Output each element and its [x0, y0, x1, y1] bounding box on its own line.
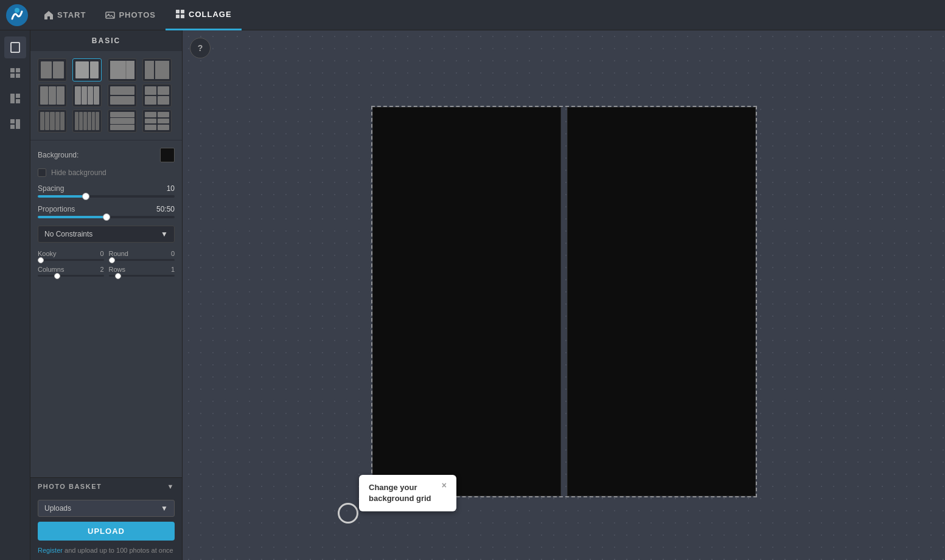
basket-header[interactable]: PHOTO BASKET ▼	[30, 478, 182, 495]
background-row: Background:	[38, 148, 175, 162]
proportions-label: Proportions	[38, 205, 86, 213]
kooky-slider-track[interactable]	[38, 259, 104, 261]
round-slider-group: Round 0	[109, 250, 175, 261]
kooky-slider-group: Kooky 0	[38, 250, 104, 261]
kooky-slider-thumb[interactable]	[38, 257, 44, 263]
spacing-slider-row: Spacing 10	[38, 184, 175, 198]
kooky-round-row: Kooky 0 Round 0	[38, 250, 175, 261]
basket-collapse-icon: ▼	[167, 483, 175, 490]
sidebar-item-layout2[interactable]	[4, 88, 26, 109]
constraints-dropdown[interactable]: No Constraints ▼	[38, 226, 175, 243]
svg-rect-12	[16, 74, 20, 78]
uploads-arrow: ▼	[161, 504, 168, 513]
proportions-slider-row: Proportions 50:50	[38, 205, 175, 218]
tooltip-close-button[interactable]: ×	[442, 481, 447, 489]
register-link[interactable]: Register	[38, 547, 63, 554]
svg-rect-7	[181, 15, 184, 18]
layout-thumb-1[interactable]	[38, 58, 67, 81]
rows-slider-group: Rows 1	[109, 266, 175, 277]
svg-rect-14	[16, 94, 20, 98]
proportions-value: 50:50	[156, 205, 175, 213]
columns-rows-row: Columns 2 Rows 1	[38, 266, 175, 277]
svg-rect-9	[10, 68, 15, 72]
layout-thumb-10[interactable]	[72, 109, 102, 133]
round-value: 0	[171, 250, 175, 257]
sidebar-item-page[interactable]	[4, 36, 26, 58]
svg-rect-4	[176, 10, 180, 13]
kooky-value: 0	[100, 250, 103, 257]
svg-rect-5	[181, 10, 184, 13]
rows-slider-thumb[interactable]	[115, 273, 121, 279]
main-layout: BASIC	[0, 30, 945, 560]
rows-label: Rows	[109, 266, 126, 273]
basket-title: PHOTO BASKET	[38, 483, 102, 490]
rows-value: 1	[171, 266, 175, 273]
constraints-arrow: ▼	[161, 230, 168, 238]
round-slider-track[interactable]	[109, 259, 175, 261]
left-panel: BASIC	[30, 30, 183, 560]
help-button[interactable]: ?	[190, 38, 211, 58]
svg-rect-15	[16, 99, 20, 103]
layout-thumb-2[interactable]	[72, 58, 102, 81]
sidebar-item-grid[interactable]	[4, 62, 26, 84]
svg-rect-8	[11, 43, 19, 52]
uploads-dropdown[interactable]: Uploads ▼	[38, 500, 175, 517]
svg-rect-11	[10, 74, 15, 78]
layout-thumb-12[interactable]	[142, 109, 172, 133]
round-label: Round	[109, 250, 128, 257]
background-color-swatch[interactable]	[160, 148, 175, 162]
hide-background-row: Hide background	[38, 168, 175, 177]
background-label: Background:	[38, 151, 86, 159]
nav-photos[interactable]: PHOTOS	[96, 0, 166, 30]
rows-slider-track[interactable]	[109, 275, 175, 277]
svg-point-1	[15, 8, 19, 13]
circle-indicator	[338, 503, 358, 524]
left-sidebar	[0, 30, 30, 560]
columns-label: Columns	[38, 266, 64, 273]
layout-thumb-9[interactable]	[38, 109, 67, 133]
hide-background-label: Hide background	[51, 168, 106, 177]
layout-thumb-3[interactable]	[108, 58, 137, 81]
spacing-slider-thumb[interactable]	[82, 193, 89, 200]
collage-grid	[371, 106, 757, 497]
spacing-value: 10	[156, 184, 175, 193]
sidebar-item-layout3[interactable]	[4, 113, 26, 135]
app-logo	[6, 4, 28, 26]
columns-value: 2	[100, 266, 103, 273]
layout-thumbnails	[30, 51, 182, 140]
collage-cell-1[interactable]	[372, 107, 561, 496]
svg-rect-18	[10, 125, 15, 129]
nav-start[interactable]: START	[34, 0, 96, 30]
svg-rect-13	[10, 94, 15, 103]
proportions-slider-track[interactable]	[38, 216, 175, 218]
layout-thumb-6[interactable]	[72, 84, 102, 107]
tooltip-popup: Change your background grid ×	[359, 475, 456, 511]
spacing-label: Spacing	[38, 184, 86, 193]
columns-slider-group: Columns 2	[38, 266, 104, 277]
kooky-label: Kooky	[38, 250, 57, 257]
layout-thumb-8[interactable]	[142, 84, 172, 107]
columns-slider-thumb[interactable]	[54, 273, 60, 279]
photo-basket: PHOTO BASKET ▼ Uploads ▼ UPLOAD Register…	[30, 477, 182, 561]
uploads-label: Uploads	[44, 504, 71, 513]
layout-thumb-11[interactable]	[108, 109, 137, 133]
columns-slider-track[interactable]	[38, 275, 104, 277]
proportions-slider-thumb[interactable]	[103, 213, 110, 221]
spacing-slider-track[interactable]	[38, 195, 175, 198]
layout-thumb-4[interactable]	[142, 58, 172, 81]
svg-rect-6	[176, 15, 180, 18]
upload-button[interactable]: UPLOAD	[38, 522, 175, 541]
collage-cell-2[interactable]	[567, 107, 756, 496]
collage-canvas	[371, 106, 757, 497]
tooltip-text: Change your background grid	[369, 482, 437, 504]
panel-header: BASIC	[30, 30, 182, 51]
layout-thumb-5[interactable]	[38, 84, 67, 107]
layout-thumb-7[interactable]	[108, 84, 137, 107]
svg-rect-10	[16, 68, 20, 72]
hide-background-checkbox[interactable]	[38, 168, 46, 177]
svg-rect-17	[16, 119, 20, 129]
round-slider-thumb[interactable]	[109, 257, 115, 263]
nav-collage[interactable]: COLLAGE	[166, 0, 242, 30]
svg-rect-16	[10, 119, 15, 123]
register-text: Register and upload up to 100 photos at …	[38, 545, 175, 556]
